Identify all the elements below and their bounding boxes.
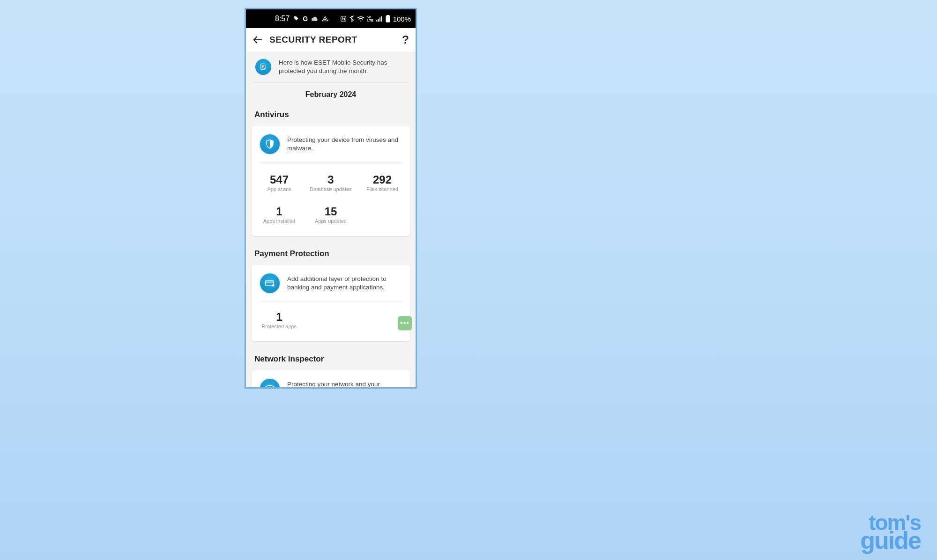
triangle-icon: [322, 16, 328, 22]
payment-stats: 1 Protected apps: [252, 302, 410, 341]
watermark-logo: tom's guide: [860, 514, 921, 551]
wifi-icon: [357, 16, 364, 22]
stat-files-scanned: 292 Files scanned: [357, 169, 408, 198]
svg-point-0: [295, 17, 296, 18]
android-status-bar: 8:57 G VoLTE: [246, 9, 416, 28]
google-g-icon: G: [303, 15, 308, 22]
app-body: SECURITY REPORT ? Here is how ESET Mobil…: [246, 28, 416, 387]
stat-value: 292: [357, 173, 408, 186]
page-title: SECURITY REPORT: [269, 35, 395, 45]
svg-rect-4: [378, 19, 379, 22]
bluetooth-icon: [350, 15, 354, 22]
stat-db-updates: 3 Database updates: [305, 169, 357, 198]
signal-icon: [376, 16, 383, 22]
antivirus-card-header: Protecting your device from viruses and …: [252, 126, 410, 162]
section-title-antivirus: Antivirus: [246, 104, 416, 123]
help-button[interactable]: ?: [402, 33, 409, 46]
stat-label: App scans: [253, 186, 305, 192]
stat-protected-apps: 1 Protected apps: [253, 307, 305, 335]
status-left: 8:57 G: [275, 15, 328, 23]
app-bar: SECURITY REPORT ?: [246, 28, 416, 52]
stat-label: Files scanned: [357, 186, 408, 192]
svg-rect-6: [381, 16, 382, 22]
cloud-icon: [312, 16, 318, 21]
svg-rect-5: [379, 17, 380, 22]
watermark-line2: guide: [860, 531, 921, 551]
stat-apps-updated: 15 Apps updated: [305, 201, 357, 229]
status-time: 8:57: [275, 15, 290, 23]
intro-text: Here is how ESET Mobile Security has pro…: [279, 59, 407, 75]
payment-card-header: Add additional layer of protection to ba…: [252, 265, 410, 302]
report-icon: [254, 58, 272, 76]
stat-value: 1: [253, 310, 305, 324]
antivirus-card[interactable]: Protecting your device from viruses and …: [252, 126, 410, 236]
volte-icon: VoLTE: [367, 15, 373, 22]
stat-value: 547: [253, 173, 305, 186]
battery-icon: [386, 15, 390, 22]
stat-value: 3: [305, 173, 357, 186]
report-month: February 2024: [246, 83, 416, 104]
network-desc: Protecting your network and your devices…: [287, 380, 402, 387]
wifi-inspect-icon: [259, 378, 281, 387]
stat-label: Protected apps: [253, 324, 305, 329]
credit-card-icon: [259, 273, 281, 294]
section-title-payment: Payment Protection: [246, 243, 416, 262]
section-title-network: Network Inspector: [246, 349, 416, 368]
stat-app-scans: 547 App scans: [253, 169, 305, 198]
intro-row: Here is how ESET Mobile Security has pro…: [246, 52, 416, 82]
tag-icon: [293, 16, 299, 22]
antivirus-desc: Protecting your device from viruses and …: [287, 136, 402, 153]
stat-apps-installed: 1 Apps installed: [253, 201, 305, 229]
more-fab-button[interactable]: •••: [398, 316, 412, 330]
stat-label: Apps updated: [305, 218, 357, 224]
svg-rect-7: [386, 16, 390, 22]
back-button[interactable]: [253, 35, 263, 45]
stat-value: 1: [253, 205, 305, 218]
nfc-icon: [340, 15, 347, 22]
antivirus-stats-row1: 547 App scans 3 Database updates 292 Fil…: [252, 163, 410, 204]
shield-icon: [259, 133, 281, 155]
payment-desc: Add additional layer of protection to ba…: [287, 275, 402, 292]
stat-value: 15: [305, 205, 357, 218]
battery-percent: 100%: [393, 15, 411, 23]
svg-rect-8: [387, 15, 388, 16]
phone-frame: 8:57 G VoLTE: [245, 8, 417, 389]
stat-label: Database updates: [305, 186, 357, 192]
svg-point-1: [325, 19, 326, 20]
svg-rect-3: [376, 20, 377, 22]
antivirus-stats-row2: 1 Apps installed 15 Apps updated: [252, 201, 410, 236]
payment-card[interactable]: Add additional layer of protection to ba…: [252, 265, 410, 341]
network-card[interactable]: Protecting your network and your devices…: [252, 370, 410, 387]
network-card-header: Protecting your network and your devices…: [252, 370, 410, 387]
stat-label: Apps installed: [253, 218, 305, 224]
status-right: VoLTE 100%: [340, 15, 411, 23]
